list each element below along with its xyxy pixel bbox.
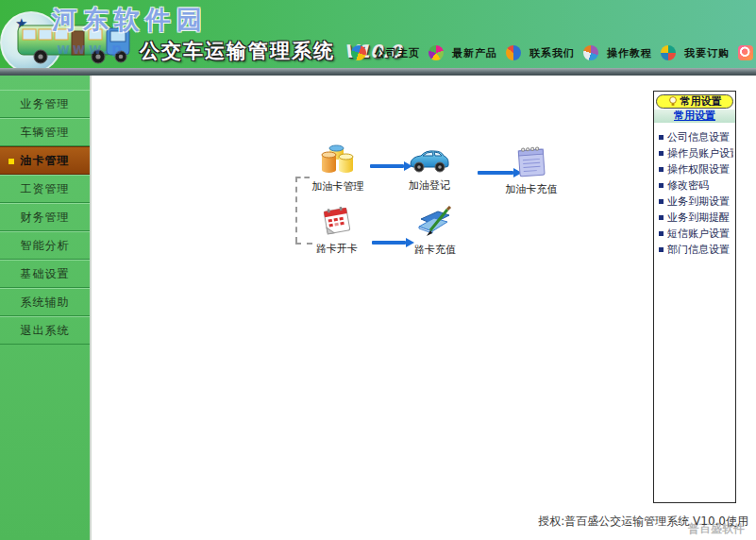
bullet-icon [659, 135, 664, 140]
bullet-icon [659, 199, 664, 204]
settings-item-label: 操作员账户设置 [667, 146, 733, 160]
main-content: 加油卡管理 加油登记 [93, 76, 756, 540]
flower-icon [428, 45, 444, 60]
panel-header-label: 常用设置 [680, 94, 722, 109]
nav-label: 联系我们 [529, 46, 575, 60]
flow-arrow-icon [372, 241, 406, 245]
nav-item-latest-products[interactable]: 最新产品 [428, 45, 497, 60]
lightbulb-icon [668, 96, 678, 107]
header-banner: ★ 河东软件园 www.p 公交车运输管理系统V10.0 [0, 0, 756, 68]
car-icon [407, 147, 452, 174]
flow-label: 加油卡充值 [501, 182, 562, 196]
nav-label: 公司主页 [375, 46, 420, 60]
header-divider-strip [0, 68, 756, 76]
nav-item-homepage[interactable]: 公司主页 [351, 45, 420, 60]
app-window: ★ 河东软件园 www.p 公交车运输管理系统V10.0 [0, 0, 756, 540]
sidebar-item-vehicle[interactable]: 车辆管理 [0, 118, 90, 146]
flow-node-road-card-open[interactable]: 路卡开卡 [311, 206, 363, 256]
sidebar-item-basic-settings[interactable]: 基础设置 [0, 260, 90, 288]
app-title: 公交车运输管理系统 [140, 40, 335, 62]
flow-node-refuel-register[interactable]: 加油登记 [405, 147, 454, 193]
nav-label: 操作教程 [607, 46, 652, 60]
settings-item-expiry-reminder[interactable]: 业务到期提醒 [659, 210, 733, 226]
palette-icon [661, 45, 676, 60]
nav-item-contact-us[interactable]: 联系我们 [506, 45, 575, 60]
flow-node-fuel-card-management[interactable]: 加油卡管理 [309, 143, 367, 194]
settings-item-department-info[interactable]: 部门信息设置 [659, 242, 733, 258]
settings-item-operator-account[interactable]: 操作员账户设置 [659, 145, 733, 161]
flow-label: 加油登记 [405, 178, 454, 193]
settings-item-change-password[interactable]: 修改密码 [659, 177, 733, 194]
magnifier-icon [738, 45, 753, 60]
sidebar-item-system-aux[interactable]: 系统辅助 [0, 288, 90, 316]
nav-item-exit[interactable]: 退出系统 [738, 45, 756, 60]
settings-item-label: 公司信息设置 [667, 130, 730, 144]
settings-item-label: 操作权限设置 [667, 162, 730, 177]
nav-item-order[interactable]: 我要订购 [661, 45, 730, 60]
settings-item-label: 修改密码 [667, 178, 709, 193]
sidebar: 业务管理 车辆管理 油卡管理 工资管理 财务管理 智能分析 基础设置 系统辅助 … [0, 76, 92, 540]
settings-item-label: 业务到期提醒 [667, 211, 730, 225]
rings-icon [506, 45, 521, 60]
license-text: 授权:普百盛公交运输管理系统 V10.0使用 [538, 514, 748, 530]
flow-label: 加油卡管理 [309, 179, 367, 194]
top-nav: 公司主页 最新产品 联系我们 操作教程 我要订购 退出系统 [351, 42, 756, 64]
bullet-icon [659, 247, 664, 252]
nav-label: 最新产品 [452, 46, 497, 60]
common-settings-header[interactable]: 常用设置 [656, 94, 733, 109]
flow-node-fuel-card-recharge[interactable]: 加油卡充值 [501, 143, 562, 196]
sidebar-item-analysis[interactable]: 智能分析 [0, 231, 90, 260]
settings-item-label: 短信账户设置 [667, 227, 730, 241]
flow-dashed-connector [295, 177, 297, 243]
notepad-icon [515, 143, 547, 177]
site-watermark-url: www.p [57, 41, 125, 58]
active-bullet-icon [8, 159, 14, 164]
bullet-icon [659, 151, 664, 156]
sidebar-item-exit-system[interactable]: 退出系统 [0, 316, 90, 345]
settings-item-label: 部门信息设置 [667, 243, 730, 257]
bullet-icon [659, 183, 664, 188]
flow-label: 路卡充值 [411, 243, 460, 257]
nav-label: 我要订购 [684, 46, 730, 60]
common-settings-subheader[interactable]: 常用设置 [654, 110, 735, 123]
sidebar-item-fuel-card[interactable]: 油卡管理 [0, 146, 90, 175]
site-watermark-text: 河东软件园 [52, 3, 208, 37]
calendar-icon [321, 206, 353, 237]
sidebar-item-salary[interactable]: 工资管理 [0, 175, 90, 203]
flow-arrow-icon [370, 164, 404, 168]
flow-node-road-card-recharge[interactable]: 路卡充值 [411, 206, 460, 257]
star-arrow-icon [583, 45, 598, 60]
sidebar-item-business[interactable]: 业务管理 [0, 90, 90, 118]
fuel-card-database-icon [319, 143, 357, 175]
bullet-icon [659, 167, 664, 172]
settings-item-permissions[interactable]: 操作权限设置 [659, 161, 733, 177]
bullet-icon [659, 231, 664, 236]
flow-label: 路卡开卡 [311, 242, 363, 256]
settings-item-company-info[interactable]: 公司信息设置 [659, 129, 733, 145]
pinwheel-icon [351, 43, 368, 63]
books-pen-icon [415, 206, 455, 238]
bullet-icon [659, 215, 664, 220]
sidebar-item-label: 油卡管理 [21, 154, 70, 167]
settings-list: 公司信息设置 操作员账户设置 操作权限设置 修改密码 业务到期设置 业务到期提醒… [654, 123, 735, 258]
settings-item-sms-account[interactable]: 短信账户设置 [659, 226, 733, 242]
sidebar-item-finance[interactable]: 财务管理 [0, 203, 90, 231]
flow-dashed-connector [295, 177, 310, 178]
settings-item-expiry-settings[interactable]: 业务到期设置 [659, 194, 733, 210]
common-settings-panel: 常用设置 常用设置 公司信息设置 操作员账户设置 操作权限设置 修改密码 业务到… [653, 91, 736, 503]
settings-item-label: 业务到期设置 [667, 194, 730, 209]
nav-item-tutorial[interactable]: 操作教程 [583, 45, 652, 60]
